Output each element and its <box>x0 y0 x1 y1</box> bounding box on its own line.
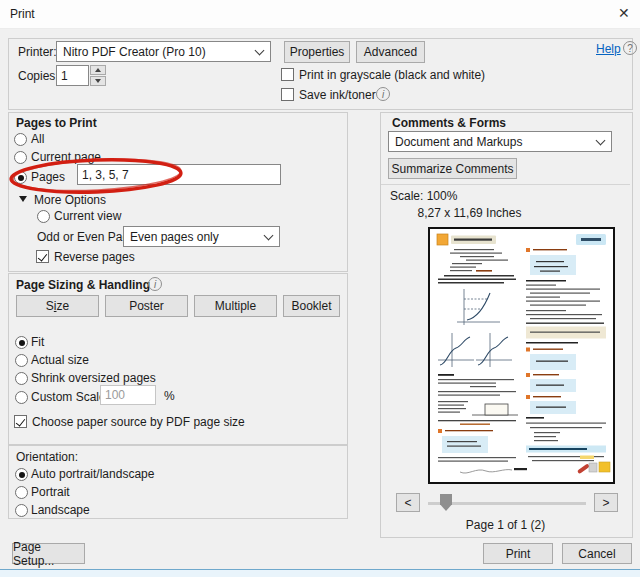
current-page-label[interactable]: Current page <box>31 150 101 164</box>
expand-triangle-icon[interactable] <box>19 196 27 202</box>
paper-source-label[interactable]: Choose paper source by PDF page size <box>32 415 245 429</box>
dialog-title: Print <box>10 7 35 21</box>
booklet-button[interactable]: Booklet <box>283 295 340 317</box>
current-view-label[interactable]: Current view <box>54 209 121 223</box>
comments-forms-value: Document and Markups <box>395 135 522 149</box>
info-icon: i <box>148 277 162 291</box>
pages-group <box>8 112 348 272</box>
divider <box>381 184 630 185</box>
size-button-text: S <box>46 299 54 313</box>
print-dialog: Print ✕ Printer: Nitro PDF Creator (Pro … <box>0 0 640 577</box>
portrait-radio[interactable] <box>15 486 28 499</box>
poster-button[interactable]: Poster <box>105 295 188 317</box>
actual-size-label[interactable]: Actual size <box>31 353 89 367</box>
actual-size-radio[interactable] <box>15 354 28 367</box>
custom-scale-label[interactable]: Custom Scale: <box>31 390 109 404</box>
fit-radio[interactable] <box>15 336 28 349</box>
cancel-button[interactable]: Cancel <box>562 543 632 564</box>
stepper-down-button[interactable] <box>90 76 106 86</box>
fit-label[interactable]: Fit <box>31 335 44 349</box>
help-icon[interactable]: ? <box>623 41 637 55</box>
odd-even-select-value: Even pages only <box>130 230 219 244</box>
comments-forms-title: Comments & Forms <box>392 116 506 130</box>
custom-scale-radio[interactable] <box>15 391 28 404</box>
pages-label[interactable]: Pages <box>31 170 65 184</box>
size-button[interactable]: Size <box>16 295 99 317</box>
copies-label: Copies: <box>18 69 59 83</box>
scale-text: Scale: 100% <box>390 189 457 203</box>
help-link[interactable]: Help <box>596 42 621 56</box>
printer-select-value: Nitro PDF Creator (Pro 10) <box>63 45 206 59</box>
printer-label: Printer: <box>18 45 57 59</box>
orientation-title: Orientation: <box>16 450 78 464</box>
chevron-down-icon <box>264 230 274 240</box>
copies-input[interactable] <box>56 65 89 86</box>
title-bar: Print ✕ <box>0 0 640 29</box>
shrink-label[interactable]: Shrink oversized pages <box>31 371 156 385</box>
page-indicator: Page 1 of 1 (2) <box>380 518 631 532</box>
page-setup-button[interactable]: Page Setup... <box>12 543 85 564</box>
auto-orientation-label[interactable]: Auto portrait/landscape <box>31 467 154 481</box>
pages-input[interactable] <box>77 164 281 185</box>
advanced-button[interactable]: Advanced <box>356 41 425 63</box>
printer-select[interactable]: Nitro PDF Creator (Pro 10) <box>56 41 271 62</box>
odd-even-select[interactable]: Even pages only <box>123 226 280 247</box>
stepper-up-button[interactable] <box>90 65 106 75</box>
save-ink-checkbox[interactable] <box>281 88 294 101</box>
size-button-text2: ze <box>57 299 70 313</box>
landscape-label[interactable]: Landscape <box>31 503 90 517</box>
next-page-button[interactable]: > <box>594 493 618 512</box>
all-label[interactable]: All <box>31 132 44 146</box>
portrait-label[interactable]: Portrait <box>31 485 70 499</box>
shrink-radio[interactable] <box>15 372 28 385</box>
chevron-right-icon: > <box>602 496 609 510</box>
copies-stepper[interactable] <box>90 65 106 86</box>
close-icon[interactable]: ✕ <box>618 5 630 21</box>
landscape-radio[interactable] <box>15 504 28 517</box>
current-page-radio[interactable] <box>14 151 27 164</box>
print-button[interactable]: Print <box>483 543 553 564</box>
save-ink-label[interactable]: Save ink/toner <box>299 88 376 102</box>
arrow-up-icon <box>95 68 101 72</box>
reverse-pages-label[interactable]: Reverse pages <box>54 250 135 264</box>
more-options-label[interactable]: More Options <box>34 193 106 207</box>
arrow-down-icon <box>95 79 101 83</box>
pages-to-print-title: Pages to Print <box>16 116 97 130</box>
percent-label: % <box>164 389 175 403</box>
preview-document-art <box>430 229 613 482</box>
chevron-down-icon <box>255 45 265 55</box>
auto-orientation-radio[interactable] <box>15 468 28 481</box>
chevron-left-icon: < <box>404 496 411 510</box>
summarize-comments-button[interactable]: Summarize Comments <box>388 158 517 179</box>
prev-page-button[interactable]: < <box>396 493 420 512</box>
custom-scale-input[interactable] <box>100 385 156 405</box>
pages-radio[interactable] <box>14 171 27 184</box>
reverse-pages-checkbox[interactable] <box>36 250 49 263</box>
multiple-button[interactable]: Multiple <box>194 295 277 317</box>
grayscale-checkbox[interactable] <box>281 68 294 81</box>
print-preview-thumbnail <box>428 227 615 484</box>
all-radio[interactable] <box>14 133 27 146</box>
grayscale-label[interactable]: Print in grayscale (black and white) <box>299 68 485 82</box>
paper-source-checkbox[interactable] <box>14 415 27 428</box>
comments-forms-select[interactable]: Document and Markups <box>388 131 612 152</box>
page-sizing-title: Page Sizing & Handling <box>16 278 150 292</box>
background-window-edge <box>0 569 640 577</box>
paper-size-text: 8,27 x 11,69 Inches <box>397 206 542 220</box>
info-icon: i <box>376 87 390 101</box>
current-view-radio[interactable] <box>37 210 50 223</box>
properties-button[interactable]: Properties <box>284 41 350 63</box>
chevron-down-icon <box>596 135 606 145</box>
